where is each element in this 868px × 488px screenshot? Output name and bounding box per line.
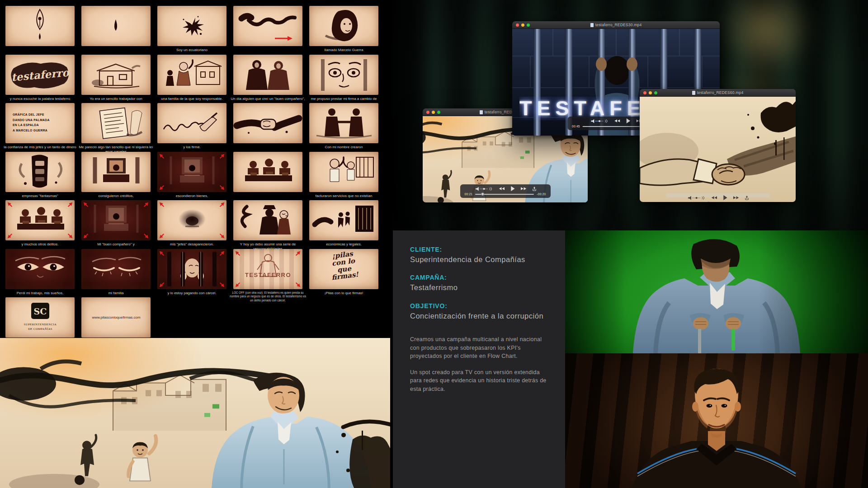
svg-text:DE COMPAÑÍAS: DE COMPAÑÍAS — [28, 327, 52, 330]
storyboard-frame-men-handshake — [309, 103, 378, 143]
storyboard-cell — [233, 103, 302, 143]
frame-caption: y nunca escuché la palabra testaferro — [0, 97, 80, 101]
cliente-label: CLIENTE: — [410, 246, 548, 253]
storyboard-cell: Con mi nombre crearon — [309, 103, 378, 150]
timeline[interactable]: 00:21 -00:20 — [465, 192, 546, 196]
red-arrow-icon — [219, 184, 225, 191]
rewind-button[interactable] — [711, 196, 717, 200]
storyboard-cell — [5, 6, 75, 46]
storyboard-frame-eyes-closed — [81, 249, 151, 289]
frame-caption: Perdí mi trabajo, mis sueños, — [0, 291, 80, 296]
rewind-button[interactable] — [614, 119, 620, 123]
close-button[interactable] — [516, 23, 519, 27]
window-titlebar[interactable]: testaferro_REDES60.mp4 — [640, 89, 796, 97]
storyboard-frame-desks — [5, 200, 75, 240]
timeline-knob[interactable] — [481, 192, 484, 196]
red-arrow-icon — [219, 282, 225, 288]
storyboard-frame-handshake — [233, 103, 302, 143]
time-remaining: -00:20 — [756, 202, 765, 202]
window-title-text: testaferro_REDES30.mp4 — [595, 23, 642, 27]
frame-caption: Un día alguien que creí un "buen compañe… — [228, 97, 308, 101]
storyboard-cell: y lo estoy pagando con cárcel. — [157, 249, 226, 296]
storyboard-cell: consiguieron créditos, — [81, 152, 151, 198]
objetivo-value: Concientización frente a la corrupción — [410, 311, 546, 321]
campaign-info-panel: CLIENTE: Superintendencia de Compañías C… — [393, 230, 565, 488]
storyboard-cell: facturaron servicios que no existían — [309, 152, 378, 198]
red-arrow-icon — [219, 153, 225, 160]
volume-control[interactable] — [687, 196, 705, 200]
volume-control[interactable] — [475, 187, 493, 191]
frame-caption: Mi "buen compañero" y — [76, 242, 156, 247]
frame-caption: me propuso prestar mi firma a cambio de — [304, 97, 384, 101]
minimize-button[interactable] — [521, 23, 524, 27]
red-arrow-icon — [159, 250, 165, 257]
frame-caption: consiguieron créditos, — [76, 194, 156, 198]
storyboard-frame-two-men — [233, 55, 302, 95]
play-button[interactable] — [723, 195, 727, 200]
portrait-actor — [565, 353, 868, 488]
red-arrow-icon — [67, 202, 73, 208]
window-titlebar[interactable]: testaferro_REDES30.mp4 — [512, 21, 720, 29]
street-illustration — [0, 338, 390, 488]
player-controls: 00:21 -00:20 — [666, 193, 770, 197]
greenscreen-photo — [565, 230, 868, 353]
zoom-button[interactable] — [654, 91, 657, 94]
storyboard-cell: una familia de la que soy responsable. — [157, 55, 226, 101]
close-button[interactable] — [643, 91, 646, 94]
storyboard-frame-family — [157, 55, 226, 95]
red-arrow-icon — [219, 250, 225, 257]
timeline[interactable]: 00:21 -00:20 — [670, 202, 765, 202]
storyboard-cell: Perdí mi trabajo, mis sueños, — [5, 249, 75, 296]
file-icon — [590, 23, 594, 27]
objetivo-label: OBJETIVO: — [410, 302, 548, 310]
storyboard-frame-office-dark — [157, 152, 226, 192]
volume-control[interactable] — [590, 119, 608, 123]
frame-caption: una familia de la que soy responsable. — [152, 97, 232, 101]
portfolio-page: Soy un ecuatorianollamado Marcelo Guerra… — [0, 0, 868, 488]
storyboard-frame-website: www.pilasconloquefirmas.com — [81, 297, 151, 338]
close-button[interactable] — [426, 111, 429, 114]
timeline-knob[interactable] — [707, 202, 710, 202]
street-illustration-art — [0, 338, 390, 488]
storyboard-cell — [233, 152, 302, 192]
storyboard-frame-face — [309, 55, 378, 95]
storyboard-frame-kids — [309, 152, 378, 192]
red-arrow-icon — [295, 282, 301, 288]
time-elapsed: 00:21 — [670, 202, 679, 202]
zoom-button[interactable] — [437, 111, 440, 114]
frame-caption: mi familia — [76, 291, 156, 296]
rewind-button[interactable] — [499, 187, 505, 191]
storyboard-frame-portrait — [309, 6, 378, 46]
storyboard-cell: mi familia — [81, 249, 151, 296]
fast-forward-button[interactable] — [733, 196, 739, 200]
storyboard-cell: SCSUPERINTENDENCIADE COMPAÑÍAS — [5, 297, 75, 338]
red-arrow-icon — [159, 202, 165, 208]
red-arrow-icon — [7, 233, 13, 239]
red-arrow-icon — [295, 250, 301, 257]
storyboard-frame-tower — [5, 152, 75, 192]
window-controls — [643, 91, 657, 94]
storyboard-frame-officer — [233, 200, 302, 240]
storyboard-frame-nib — [5, 6, 75, 46]
play-button[interactable] — [510, 186, 515, 191]
storyboard-frame-splash — [157, 6, 226, 46]
file-icon — [692, 91, 695, 95]
red-arrow-icon — [219, 233, 225, 239]
fast-forward-button[interactable] — [521, 187, 527, 191]
storyboard-frame-jail-walk — [309, 200, 378, 240]
portrait-photo — [565, 353, 868, 488]
minimize-button[interactable] — [432, 111, 435, 114]
red-arrow-icon — [143, 202, 149, 208]
svg-text:TESTAFERRO: TESTAFERRO — [245, 272, 291, 278]
share-icon[interactable] — [745, 196, 749, 200]
storyboard-frame-office-dark — [81, 200, 151, 240]
description-paragraph-2: Un spot creado para TV con un versión ex… — [410, 368, 547, 393]
share-icon[interactable] — [533, 187, 536, 191]
play-button[interactable] — [626, 118, 630, 123]
storyboard-cell: testaferroy nunca escuché la palabra tes… — [5, 55, 75, 101]
storyboard-cell: Yo era un sencillo trabajador con — [81, 55, 151, 101]
zoom-button[interactable] — [527, 23, 530, 27]
frame-note-text: GRÁFICA DEL JEFE DANDO UNA PALMADA EN LA… — [13, 112, 50, 133]
frame-caption: Yo era un sencillo trabajador con — [76, 97, 156, 101]
minimize-button[interactable] — [649, 91, 652, 94]
